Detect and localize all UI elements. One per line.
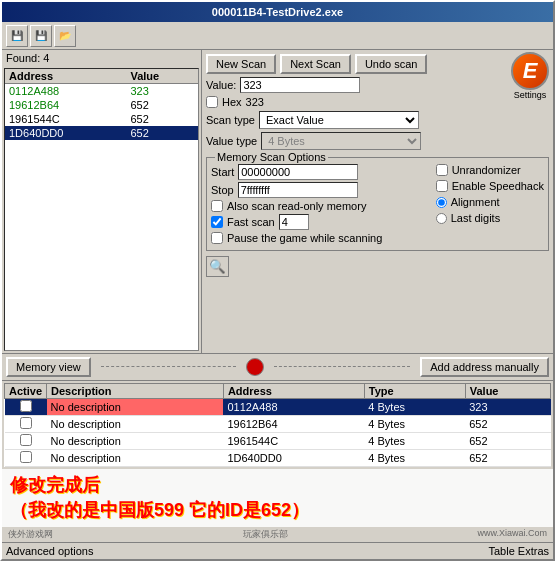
- value-input[interactable]: [240, 77, 360, 93]
- description-cell: No description: [47, 432, 224, 449]
- fast-scan-input[interactable]: [279, 214, 309, 230]
- also-scan-row: Also scan read-only memory: [211, 200, 428, 212]
- table-row[interactable]: 1D640DD0 652: [5, 126, 198, 140]
- value-result-cell: 652: [465, 432, 550, 449]
- cheatengine-logo: E Settings: [511, 52, 549, 100]
- right-panel: E Settings New Scan Next Scan Undo scan …: [202, 50, 553, 353]
- watermark-middle: 玩家俱乐部: [243, 528, 288, 541]
- scan-icon-row: 🔍: [206, 254, 549, 279]
- also-scan-label: Also scan read-only memory: [227, 200, 366, 212]
- description-cell: No description: [47, 398, 224, 415]
- red-circle-icon: [246, 358, 264, 376]
- pause-row: Pause the game while scanning: [211, 232, 428, 244]
- type-result-cell: 4 Bytes: [364, 432, 465, 449]
- table-row[interactable]: 19612B64 652: [5, 98, 198, 112]
- fast-scan-row: Fast scan: [211, 214, 428, 230]
- active-cell: [5, 432, 47, 449]
- fast-scan-label: Fast scan: [227, 216, 275, 228]
- stop-input[interactable]: [238, 182, 358, 198]
- separator-line: [101, 366, 237, 367]
- scan-options-inner: Start Stop Also scan read-only memory: [211, 164, 544, 246]
- table-extras-label: Table Extras: [488, 545, 549, 557]
- value-result-cell: 323: [465, 398, 550, 415]
- unrandomizer-row: Unrandomizer: [436, 164, 544, 176]
- toolbar-save2-button[interactable]: 💾: [30, 25, 52, 47]
- active-col-header: Active: [5, 383, 47, 398]
- active-checkbox[interactable]: [20, 417, 32, 429]
- undo-scan-button[interactable]: Undo scan: [355, 54, 428, 74]
- add-address-button[interactable]: Add address manually: [420, 357, 549, 377]
- results-table: Active Description Address Type Value No…: [4, 383, 551, 467]
- type-result-cell: 4 Bytes: [364, 449, 465, 466]
- val-col-header: Value: [465, 383, 550, 398]
- advanced-options-label: Advanced options: [6, 545, 93, 557]
- scan-type-label: Scan type: [206, 114, 255, 126]
- start-label: Start: [211, 166, 234, 178]
- address-cell: 1961544C: [5, 112, 126, 126]
- bottom-section: Memory view Add address manually Active …: [2, 353, 553, 559]
- active-checkbox[interactable]: [20, 451, 32, 463]
- result-row[interactable]: No description 0112A488 4 Bytes 323: [5, 398, 551, 415]
- magnifier-icon: 🔍: [209, 259, 226, 274]
- start-row: Start: [211, 164, 428, 180]
- overlay-line1: 修改完成后: [10, 473, 545, 498]
- value-row: Value:: [206, 77, 549, 93]
- watermarks: 侠外游戏网 玩家俱乐部 www.Xiawai.Com: [2, 527, 553, 542]
- memory-scan-label: Memory Scan Options: [215, 151, 328, 163]
- hex-value: 323: [246, 96, 264, 108]
- type-col-header: Type: [364, 383, 465, 398]
- address-cell: 19612B64: [5, 98, 126, 112]
- scan-type-select[interactable]: Exact Value Bigger than... Smaller than.…: [259, 111, 419, 129]
- pause-label: Pause the game while scanning: [227, 232, 382, 244]
- alignment-label: Alignment: [451, 196, 500, 208]
- fast-scan-checkbox[interactable]: [211, 216, 223, 228]
- logo-icon: E: [511, 52, 549, 90]
- type-result-cell: 4 Bytes: [364, 415, 465, 432]
- radio-group: Alignment Last digits: [436, 196, 544, 226]
- start-input[interactable]: [238, 164, 358, 180]
- result-row[interactable]: No description 1D640DD0 4 Bytes 652: [5, 449, 551, 466]
- hex-checkbox[interactable]: [206, 96, 218, 108]
- address-list[interactable]: Address Value 0112A488 323 19612B64 652: [4, 68, 199, 351]
- scan-buttons-row: New Scan Next Scan Undo scan: [206, 54, 549, 74]
- unrandomizer-checkbox[interactable]: [436, 164, 448, 176]
- window-title: 000011B4-TestDrive2.exe: [8, 6, 547, 18]
- table-row[interactable]: 0112A488 323: [5, 84, 198, 99]
- result-row[interactable]: No description 19612B64 4 Bytes 652: [5, 415, 551, 432]
- last-digits-radio[interactable]: [436, 213, 447, 224]
- address-result-cell: 1961544C: [223, 432, 364, 449]
- new-scan-button[interactable]: New Scan: [206, 54, 276, 74]
- table-row[interactable]: 1961544C 652: [5, 112, 198, 126]
- result-row[interactable]: No description 1961544C 4 Bytes 652: [5, 432, 551, 449]
- value-type-label: Value type: [206, 135, 257, 147]
- scan-icon-button[interactable]: 🔍: [206, 256, 229, 277]
- also-scan-checkbox[interactable]: [211, 200, 223, 212]
- toolbar-save1-button[interactable]: 💾: [6, 25, 28, 47]
- last-digits-row: Last digits: [436, 212, 544, 224]
- address-result-cell: 19612B64: [223, 415, 364, 432]
- separator-line2: [274, 366, 410, 367]
- alignment-row: Alignment: [436, 196, 544, 208]
- content-area: Found: 4 Address Value 0112A488 323: [2, 50, 553, 353]
- status-bar: Advanced options Table Extras: [2, 542, 553, 559]
- active-checkbox[interactable]: [20, 400, 32, 412]
- active-cell: [5, 398, 47, 415]
- address-cell: 0112A488: [5, 84, 126, 99]
- description-cell: No description: [47, 449, 224, 466]
- left-panel: Found: 4 Address Value 0112A488 323: [2, 50, 202, 353]
- toolbar-open-button[interactable]: 📂: [54, 25, 76, 47]
- active-cell: [5, 415, 47, 432]
- value-result-cell: 652: [465, 449, 550, 466]
- scan-type-row: Scan type Exact Value Bigger than... Sma…: [206, 111, 549, 129]
- next-scan-button[interactable]: Next Scan: [280, 54, 351, 74]
- speedhack-checkbox[interactable]: [436, 180, 448, 192]
- memory-view-bar: Memory view Add address manually: [2, 354, 553, 381]
- pause-checkbox[interactable]: [211, 232, 223, 244]
- addr-col-header: Address: [223, 383, 364, 398]
- value-type-select[interactable]: 4 Bytes 2 Bytes 8 Bytes Float Double Byt…: [261, 132, 421, 150]
- memory-view-button[interactable]: Memory view: [6, 357, 91, 377]
- main-window: 000011B4-TestDrive2.exe 💾 💾 📂 Found: 4 A…: [0, 0, 555, 561]
- active-checkbox[interactable]: [20, 434, 32, 446]
- alignment-radio[interactable]: [436, 197, 447, 208]
- results-table-container: Active Description Address Type Value No…: [4, 383, 551, 467]
